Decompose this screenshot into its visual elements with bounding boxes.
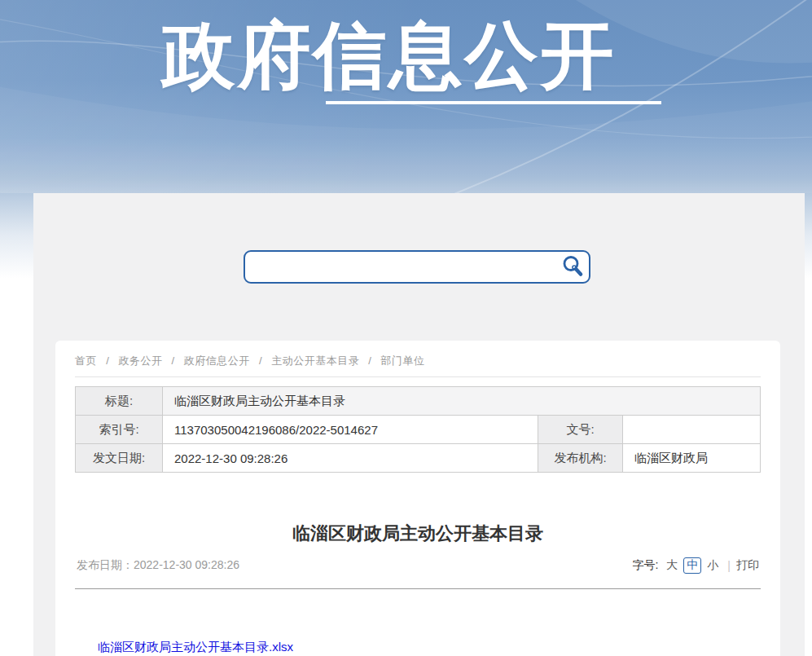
breadcrumb-separator: / [172,354,175,367]
publish-date-label: 发布日期： [77,558,134,571]
title-value: 临淄区财政局主动公开基本目录 [163,387,761,416]
print-button[interactable]: 打印 [736,558,759,573]
banner: 政府信息公开 [0,0,812,193]
document-meta-table: 标题: 临淄区财政局主动公开基本目录 索引号: 1137030500421960… [75,386,761,473]
search-box [244,250,590,284]
breadcrumb-separator: / [259,354,262,367]
breadcrumb-home[interactable]: 首页 [75,354,97,367]
font-size-small-button[interactable]: 小 [707,558,718,573]
font-size-label: 字号: [632,558,658,573]
attachment-row: 临淄区财政局主动公开基本目录.xlsx [98,640,761,655]
table-row: 发文日期: 2022-12-30 09:28:26 发布机构: 临淄区财政局 [76,444,761,473]
publish-date: 发布日期：2022-12-30 09:28:26 [77,558,239,573]
vertical-divider: | [727,559,731,572]
breadcrumb-divider [75,376,761,377]
article-title: 临淄区财政局主动公开基本目录 [75,522,761,546]
publisher-label: 发布机构: [538,444,623,473]
table-row: 索引号: 113703050042196086/2022-5014627 文号: [76,416,761,444]
font-size-medium-button[interactable]: 中 [683,557,701,574]
search-button[interactable] [560,254,586,280]
breadcrumb-separator: / [106,354,109,367]
search-input[interactable] [255,254,556,280]
title-underline [326,101,661,104]
doc-number-value [623,416,761,444]
breadcrumb-gov-info-disclosure[interactable]: 政府信息公开 [184,354,250,367]
search-icon [560,254,585,279]
article-meta-row: 发布日期：2022-12-30 09:28:26 字号: 大 中 小 | 打印 [75,557,761,574]
breadcrumb-proactive-disclosure-catalog[interactable]: 主动公开基本目录 [271,354,359,367]
article-card: 首页 / 政务公开 / 政府信息公开 / 主动公开基本目录 / 部门单位 标题:… [55,341,780,656]
breadcrumb-government-affairs[interactable]: 政务公开 [118,354,162,367]
issue-date-label: 发文日期: [76,444,163,473]
title-label: 标题: [76,387,163,416]
font-size-large-button[interactable]: 大 [666,558,678,573]
doc-number-label: 文号: [538,416,623,444]
publish-date-value: 2022-12-30 09:28:26 [134,558,239,571]
font-size-and-print-controls: 字号: 大 中 小 | 打印 [632,557,759,574]
article-divider [75,588,761,589]
publisher-value: 临淄区财政局 [623,444,761,473]
issue-date-value: 2022-12-30 09:28:26 [163,444,538,473]
index-number-label: 索引号: [76,416,163,444]
breadcrumb: 首页 / 政务公开 / 政府信息公开 / 主动公开基本目录 / 部门单位 [75,354,761,368]
page-title: 政府信息公开 [0,16,795,95]
breadcrumb-department-units[interactable]: 部门单位 [381,354,425,367]
index-number-value: 113703050042196086/2022-5014627 [163,416,538,444]
table-row: 标题: 临淄区财政局主动公开基本目录 [76,387,761,416]
attachment-xlsx-link[interactable]: 临淄区财政局主动公开基本目录.xlsx [98,640,293,654]
breadcrumb-separator: / [368,354,371,367]
